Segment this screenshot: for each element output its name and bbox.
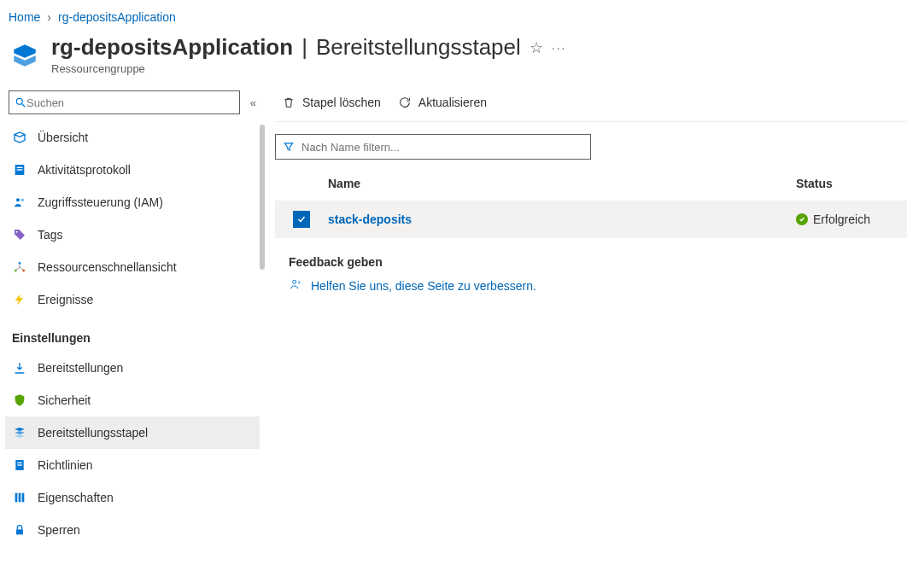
trash-icon: [282, 96, 296, 109]
toolbar-label: Aktualisieren: [418, 96, 487, 109]
bolt-icon: [12, 292, 27, 307]
svg-point-8: [19, 262, 21, 265]
resource-group-icon: [9, 39, 41, 72]
sidebar-item-resource-visualizer[interactable]: Ressourcenschnellansicht: [5, 251, 260, 283]
sidebar-section-settings: Einstellungen: [5, 316, 260, 352]
filter-box[interactable]: [275, 134, 591, 160]
cube-icon: [12, 130, 27, 145]
refresh-icon: [398, 96, 412, 109]
sidebar: « Übersicht Aktivitätsprotokoll Zugriffs…: [0, 90, 265, 555]
check-icon: [296, 214, 307, 224]
row-checkbox[interactable]: [293, 211, 310, 228]
svg-rect-4: [17, 169, 23, 170]
page-subpage: Bereitstellungsstapel: [316, 34, 521, 61]
sidebar-item-policies[interactable]: Richtlinien: [5, 449, 260, 481]
svg-point-0: [16, 98, 22, 104]
sidebar-item-activity-log[interactable]: Aktivitätsprotokoll: [5, 154, 260, 186]
toolbar-label: Stapel löschen: [302, 96, 381, 109]
svg-line-1: [22, 104, 26, 108]
sidebar-item-events[interactable]: Ereignisse: [5, 283, 260, 316]
status-text: Erfolgreich: [813, 212, 870, 226]
breadcrumb-resource[interactable]: rg-depositsApplication: [58, 10, 176, 24]
policy-icon: [12, 457, 27, 473]
sidebar-nav: Übersicht Aktivitätsprotokoll Zugriffsst…: [5, 121, 265, 546]
sidebar-item-label: Ereignisse: [38, 293, 93, 306]
svg-rect-17: [16, 529, 23, 534]
feedback-link[interactable]: Helfen Sie uns, diese Seite zu verbesser…: [311, 279, 536, 293]
breadcrumb-home[interactable]: Home: [9, 10, 40, 24]
sidebar-item-label: Bereitstellungsstapel: [38, 426, 148, 440]
page-subtitle: Ressourcengruppe: [51, 62, 566, 75]
nodes-icon: [12, 259, 27, 275]
svg-point-6: [21, 199, 24, 201]
refresh-button[interactable]: Aktualisieren: [398, 96, 487, 109]
sidebar-item-label: Sicherheit: [38, 393, 91, 407]
sidebar-item-label: Richtlinien: [38, 458, 93, 472]
stacks-table: Name Status stack-deposits Erfolgreich: [275, 172, 907, 238]
main-content: Stapel löschen Aktualisieren Name Status: [265, 90, 907, 555]
favorite-star-icon[interactable]: ☆: [530, 38, 543, 57]
stack-name-link[interactable]: stack-deposits: [328, 212, 412, 226]
svg-rect-12: [17, 463, 21, 463]
sidebar-item-label: Zugriffssteuerung (IAM): [38, 195, 163, 209]
shield-icon: [12, 393, 27, 408]
title-separator: |: [301, 34, 307, 61]
deploy-icon: [12, 360, 27, 376]
page-title: rg-depositsApplication: [51, 34, 293, 61]
breadcrumb: Home › rg-depositsApplication: [0, 0, 907, 27]
sidebar-item-label: Übersicht: [38, 131, 88, 144]
success-icon: [796, 213, 808, 225]
svg-rect-14: [15, 493, 18, 503]
svg-rect-16: [22, 493, 25, 503]
sidebar-item-iam[interactable]: Zugriffssteuerung (IAM): [5, 186, 260, 218]
sidebar-item-deployment-stacks[interactable]: Bereitstellungsstapel: [5, 416, 260, 449]
col-name-header[interactable]: Name: [328, 177, 796, 190]
sidebar-item-locks[interactable]: Sperren: [5, 514, 260, 546]
sidebar-item-tags[interactable]: Tags: [5, 218, 260, 251]
sidebar-item-label: Ressourcenschnellansicht: [38, 260, 177, 274]
more-menu-icon[interactable]: ···: [552, 41, 567, 55]
search-icon: [15, 96, 26, 108]
scroll-thumb[interactable]: [260, 125, 265, 270]
page-header: rg-depositsApplication | Bereitstellungs…: [0, 27, 907, 90]
feedback-title: Feedback geben: [289, 255, 907, 269]
log-icon: [12, 162, 27, 178]
sidebar-item-label: Tags: [38, 228, 63, 242]
feedback-section: Feedback geben Helfen Sie uns, diese Sei…: [275, 238, 907, 294]
chevron-right-icon: ›: [47, 10, 51, 24]
sidebar-item-label: Eigenschaften: [38, 491, 114, 504]
sidebar-search[interactable]: [9, 90, 240, 114]
sidebar-item-label: Aktivitätsprotokoll: [38, 163, 131, 177]
svg-point-5: [16, 198, 20, 201]
sidebar-item-label: Bereitstellungen: [38, 361, 123, 375]
sidebar-item-security[interactable]: Sicherheit: [5, 384, 260, 416]
tag-icon: [12, 227, 27, 242]
lock-icon: [12, 522, 27, 538]
svg-point-18: [293, 280, 296, 283]
svg-rect-3: [17, 167, 23, 168]
table-row[interactable]: stack-deposits Erfolgreich: [275, 201, 907, 238]
sidebar-search-input[interactable]: [26, 96, 234, 109]
feedback-person-icon: [289, 277, 302, 294]
col-status-header[interactable]: Status: [796, 177, 907, 190]
table-header: Name Status: [275, 172, 907, 201]
sidebar-item-properties[interactable]: Eigenschaften: [5, 481, 260, 514]
sidebar-scrollbar[interactable]: [258, 125, 265, 555]
sidebar-item-overview[interactable]: Übersicht: [5, 121, 260, 154]
sidebar-item-deployments[interactable]: Bereitstellungen: [5, 352, 260, 384]
collapse-sidebar-icon[interactable]: «: [247, 96, 260, 109]
filter-icon: [283, 141, 295, 153]
properties-icon: [12, 490, 27, 505]
stack-icon: [12, 425, 27, 440]
sidebar-item-label: Sperren: [38, 523, 80, 537]
delete-stack-button[interactable]: Stapel löschen: [282, 96, 381, 109]
svg-point-7: [16, 231, 18, 233]
svg-rect-13: [17, 464, 21, 465]
toolbar: Stapel löschen Aktualisieren: [275, 90, 907, 122]
filter-input[interactable]: [301, 141, 583, 154]
people-icon: [12, 195, 27, 210]
svg-rect-15: [19, 493, 21, 503]
